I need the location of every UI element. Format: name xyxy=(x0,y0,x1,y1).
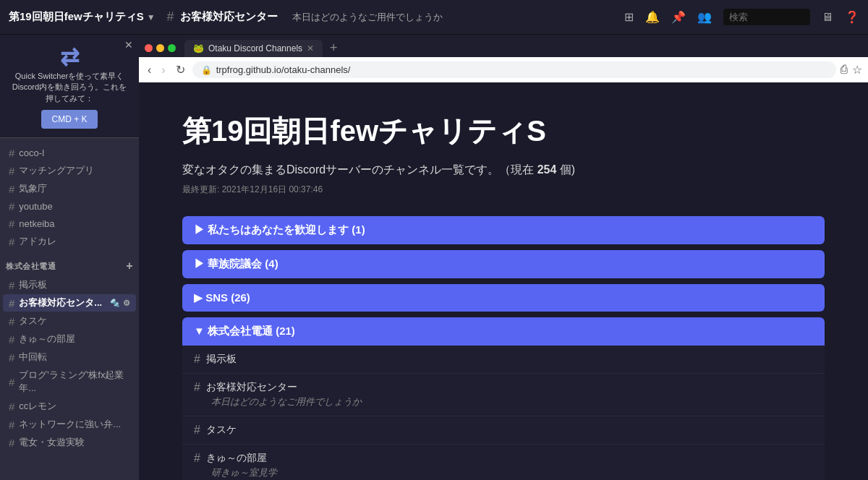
section-header-dentsu[interactable]: 株式会社電通 + xyxy=(0,251,139,275)
page-subtitle: 変なオタクの集まるDiscordサーバーのチャンネル一覧です。（現在 254 個… xyxy=(182,163,825,178)
hash-icon: # xyxy=(9,400,14,413)
channel-name: タスケ xyxy=(206,424,237,437)
nav-back-button[interactable]: ‹ xyxy=(145,62,154,78)
sidebar-item-network[interactable]: # ネットワークに強い弁... xyxy=(3,416,136,433)
channel-label: 気象庁 xyxy=(19,182,47,195)
hash-icon: # xyxy=(9,236,14,248)
active-channel-desc: 本日はどのようなご用件でしょうか xyxy=(292,11,443,24)
channel-row-keijiban[interactable]: # 掲示板 xyxy=(182,346,825,374)
server-name[interactable]: 第19回朝日fewチャリティS ▼ xyxy=(9,10,156,24)
channel-row-desc: 研きゅ～室見学 xyxy=(194,466,813,479)
hash-icon: # xyxy=(9,165,14,177)
server-name-label: 第19回朝日fewチャリティS xyxy=(9,10,144,24)
category-label-welcome: ▶ 私たちはあなたを歓迎します (1) xyxy=(194,223,365,237)
channel-name: 掲示板 xyxy=(206,353,237,366)
search-input[interactable] xyxy=(723,9,810,25)
hashtag-icon[interactable]: ⊞ xyxy=(624,10,634,24)
browser-chrome: 🐸 Otaku Discord Channels ✕ + ‹ › ↻ 🔒 trp… xyxy=(139,35,868,82)
hash-icon: # xyxy=(9,200,14,213)
hash-icon: # xyxy=(9,279,14,291)
channel-label: タスケ xyxy=(19,314,47,327)
hash-icon: # xyxy=(194,452,200,465)
bell-icon[interactable]: 🔔 xyxy=(645,10,660,24)
channel-label: きゅ～の部屋 xyxy=(19,333,75,346)
sidebar-item-keijiban[interactable]: # 掲示板 xyxy=(3,276,136,293)
sidebar-item-blog[interactable]: # ブログ'ラミング'株fx起業年... xyxy=(3,367,136,397)
main-layout: ✕ ⇄ Quick Switcherを使って素早くDiscord内を動き回ろう。… xyxy=(0,35,868,480)
browser-tab-bar: 🐸 Otaku Discord Channels ✕ + xyxy=(139,35,868,57)
members-icon[interactable]: 👥 xyxy=(697,10,712,24)
inbox-icon[interactable]: 🖥 xyxy=(822,11,833,24)
sidebar-item-netkeiba[interactable]: # netkeiba xyxy=(3,215,136,232)
sidebar-item-matching[interactable]: # マッチングアプリ xyxy=(3,162,136,179)
plus-icon[interactable]: + xyxy=(126,260,133,273)
subtitle-suffix: 個) xyxy=(560,163,575,176)
sidebar-item-kyu-room[interactable]: # きゅ～の部屋 xyxy=(3,330,136,348)
sidebar: ✕ ⇄ Quick Switcherを使って素早くDiscord内を動き回ろう。… xyxy=(0,35,139,480)
channel-label: 掲示板 xyxy=(19,278,47,291)
channel-label: ccレモン xyxy=(19,400,56,413)
close-window-button[interactable] xyxy=(145,44,153,52)
category-header-sns[interactable]: ▶ SNS (26) xyxy=(182,284,825,312)
close-icon[interactable]: ✕ xyxy=(124,39,133,51)
channel-label: ネットワークに強い弁... xyxy=(19,418,121,431)
nav-refresh-button[interactable]: ↻ xyxy=(173,61,188,78)
channel-label: アドカレ xyxy=(19,235,56,248)
channel-label: youtube xyxy=(19,201,52,212)
page-content: 第19回朝日fewチャリティS 変なオタクの集まるDiscordサーバーのチャン… xyxy=(139,82,868,480)
lock-icon: 🔒 xyxy=(201,65,212,75)
channel-row-okkyaku[interactable]: # お客様対応センター 本日はどのようなご用件でしょうか xyxy=(182,374,825,416)
channel-label: 中回転 xyxy=(19,351,47,364)
cmd-k-button[interactable]: CMD + K xyxy=(41,110,97,129)
hash-icon: # xyxy=(9,351,14,364)
channel-row-kyu-room[interactable]: # きゅ～の部屋 研きゅ～室見学 xyxy=(182,445,825,480)
tab-close-button[interactable]: ✕ xyxy=(307,43,314,53)
channel-row-name: # タスケ xyxy=(194,424,813,437)
channel-label: netkeiba xyxy=(19,218,54,229)
star-icon[interactable]: ☆ xyxy=(852,63,862,77)
hash-icon: # xyxy=(9,147,14,159)
sidebar-item-cclemon[interactable]: # ccレモン xyxy=(3,398,136,415)
channel-hash-icon: # xyxy=(167,9,174,25)
sidebar-item-okkyaku[interactable]: # お客様対応センタ... 🔩 ⚙ xyxy=(3,294,136,312)
category-header-kazoku[interactable]: ▶ 華族院議会 (4) xyxy=(182,250,825,278)
pin-icon[interactable]: 📌 xyxy=(671,10,686,24)
category-label-sns: ▶ SNS (26) xyxy=(194,291,250,304)
channel-row-desc: 本日はどのようなご用件でしょうか xyxy=(194,395,813,408)
category-header-welcome[interactable]: ▶ 私たちはあなたを歓迎します (1) xyxy=(182,216,825,244)
hash-icon: # xyxy=(194,353,200,366)
active-channel-name: お客様対応センター xyxy=(180,10,278,24)
sidebar-item-weather[interactable]: # 気象庁 xyxy=(3,180,136,197)
sidebar-item-coco-l[interactable]: # coco-l xyxy=(3,145,136,161)
channel-name: きゅ～の部屋 xyxy=(206,452,267,465)
maximize-window-button[interactable] xyxy=(168,44,176,52)
hash-icon: # xyxy=(9,315,14,327)
quick-switcher-popup: ✕ ⇄ Quick Switcherを使って素早くDiscord内を動き回ろう。… xyxy=(0,35,139,138)
nav-forward-button[interactable]: › xyxy=(158,62,168,78)
category-label-kazoku: ▶ 華族院議会 (4) xyxy=(194,257,278,271)
sidebar-item-denjo[interactable]: # 電女・女遊実験 xyxy=(3,434,136,451)
channel-count: 254 xyxy=(537,163,557,176)
page-updated: 最終更新: 2021年12月16日 00:37:46 xyxy=(182,184,825,196)
help-icon[interactable]: ❓ xyxy=(845,10,859,24)
hash-icon: # xyxy=(9,297,14,309)
channel-name: お客様対応センター xyxy=(206,381,297,394)
hash-icon: # xyxy=(9,419,14,431)
sidebar-item-adokare[interactable]: # アドカレ xyxy=(3,233,136,250)
category-content-dentsu: # 掲示板 # お客様対応センター 本日はどのようなご用件でしょうか # xyxy=(182,346,825,480)
sidebar-item-chuuten[interactable]: # 中回転 xyxy=(3,348,136,366)
sidebar-item-tasuke[interactable]: # タスケ xyxy=(3,312,136,330)
category-header-dentsu[interactable]: ▼ 株式会社電通 (21) xyxy=(182,317,825,346)
minimize-window-button[interactable] xyxy=(156,44,164,52)
section-label: 株式会社電通 xyxy=(6,261,56,272)
channel-row-tasuke[interactable]: # タスケ xyxy=(182,416,825,445)
bookmark-icon[interactable]: ⎙ xyxy=(841,63,848,77)
channel-label: マッチングアプリ xyxy=(19,164,94,177)
window-controls xyxy=(145,44,176,52)
channel-row-name: # 掲示板 xyxy=(194,353,813,366)
hash-icon: # xyxy=(194,424,200,437)
new-tab-button[interactable]: + xyxy=(324,39,344,57)
browser-tab[interactable]: 🐸 Otaku Discord Channels ✕ xyxy=(184,40,323,57)
address-bar[interactable]: 🔒 trpfrog.github.io/otaku-channels/ xyxy=(192,61,836,78)
sidebar-item-youtube[interactable]: # youtube xyxy=(3,198,136,215)
